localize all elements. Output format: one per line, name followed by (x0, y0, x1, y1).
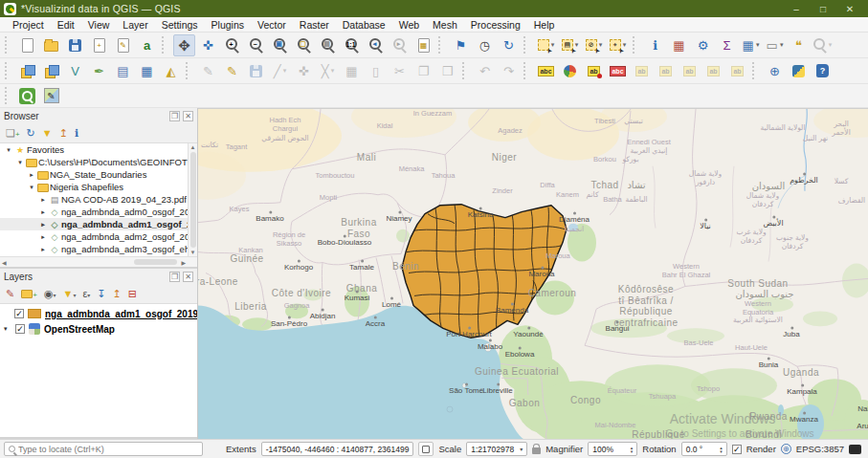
processing-toolbox-button[interactable]: ⚙ (692, 34, 714, 56)
menu-settings[interactable]: Settings (155, 18, 205, 32)
layer-labeling-button[interactable]: abc (535, 60, 557, 82)
metasearch-button[interactable]: ⊕ (764, 60, 786, 82)
new-mesh-layer-button[interactable]: ◭ (160, 60, 182, 82)
filter-legend-icon[interactable]: ▼▾ (63, 289, 77, 299)
scroll-down-icon[interactable]: ▼ (190, 250, 196, 255)
temporal-controller-button[interactable]: ◷ (474, 34, 496, 56)
browser-properties-icon[interactable]: ℹ (75, 128, 78, 139)
pan-map-button[interactable]: ✥ (173, 34, 195, 56)
open-attribute-table-button[interactable]: ▦▾ (740, 34, 762, 56)
menu-help[interactable]: Help (527, 18, 562, 32)
menu-web[interactable]: Web (392, 18, 426, 32)
add-feature-dropdown-icon[interactable]: ▾ (283, 67, 287, 75)
identify-features-button[interactable]: ℹ (644, 34, 666, 56)
menu-plugins[interactable]: Plugins (205, 18, 251, 32)
labeling-single-button[interactable]: ab (583, 60, 605, 82)
browser-add-favorite-icon[interactable]: ❏+ (6, 128, 20, 139)
browser-item-7[interactable]: ▸◇nga_admbnda_adm2_osgof_201904 (0, 230, 197, 243)
layers-close-button[interactable]: ✕ (183, 272, 193, 282)
minimize-button[interactable]: – (790, 4, 803, 14)
expander-icon[interactable]: ▾ (4, 146, 13, 154)
browser-item-0[interactable]: ▾★Favorites (0, 143, 197, 156)
browser-item-8[interactable]: ▸◇nga_admbnda_adm3_osgof_eha_20 (0, 243, 197, 255)
collapse-all-icon[interactable]: ↥ (113, 289, 122, 299)
deselect-features-button[interactable]: ⊘▾ (583, 34, 605, 56)
zoom-to-layer-button[interactable]: ▤ (317, 34, 339, 56)
save-project-button[interactable] (64, 34, 86, 56)
locator-input[interactable] (18, 445, 198, 454)
expander-icon[interactable]: ▸ (27, 171, 36, 179)
new-project-button[interactable] (16, 34, 38, 56)
new-map-view-button[interactable]: ▦ (412, 34, 434, 56)
menu-project[interactable]: Project (6, 18, 51, 32)
expander-icon[interactable]: ▸ (38, 246, 48, 253)
browser-refresh-icon[interactable]: ↻ (27, 128, 35, 139)
close-button[interactable]: ✕ (843, 4, 857, 14)
layer-diagram-button[interactable] (559, 60, 581, 82)
map-tips-button[interactable]: ❝ (788, 34, 810, 56)
browser-item-1[interactable]: ▾C:\Users\HP\Documents\GEOINFOTECH\F (0, 156, 197, 168)
open-attribute-table-dropdown-icon[interactable]: ▾ (756, 41, 760, 49)
show-statistics-button[interactable]: Σ (716, 34, 738, 56)
scale-select[interactable]: 1:21702978▾ (466, 442, 527, 456)
add-vector-layer-button[interactable] (40, 60, 62, 82)
layer-row-1[interactable]: ▾✓OpenStreetMap (0, 321, 197, 337)
browser-item-4[interactable]: ▸▤NGA COD-AB 2019_04_23.pdf (0, 193, 197, 206)
expander-icon[interactable]: ▸ (38, 196, 48, 204)
browser-close-button[interactable]: ✕ (183, 111, 193, 121)
expander-icon[interactable]: ▸ (38, 208, 48, 216)
expander-icon[interactable]: ▸ (38, 221, 48, 229)
vertex-tool-dropdown-icon[interactable]: ▾ (331, 67, 335, 75)
menu-raster[interactable]: Raster (293, 18, 336, 32)
show-layout-manager-button[interactable]: ✎ (112, 34, 134, 56)
refresh-map-button[interactable]: ↻ (498, 34, 520, 56)
menu-edit[interactable]: Edit (51, 18, 81, 32)
remove-layer-icon[interactable]: ⊟ (128, 289, 137, 299)
quickmap-services-search-button[interactable] (16, 85, 38, 107)
menu-layer[interactable]: Layer (116, 18, 154, 32)
browser-item-3[interactable]: ▾Nigeria Shapefiles (0, 181, 197, 193)
spatial-bookmarks-button[interactable]: ⚑ (450, 34, 472, 56)
new-virtual-layer-button[interactable]: ▦ (136, 60, 158, 82)
browser-float-button[interactable]: ❐ (169, 111, 180, 121)
scroll-up-icon[interactable]: ▲ (190, 144, 196, 150)
zoom-full-extent-button[interactable]: ▣ (269, 34, 291, 56)
zoom-to-selection-button[interactable]: ▢ (293, 34, 315, 56)
open-data-source-manager-button[interactable] (16, 60, 38, 82)
messages-icon[interactable] (849, 445, 861, 454)
zoom-in-button[interactable]: + (221, 34, 243, 56)
filter-by-expression-icon[interactable]: ε▾ (82, 289, 90, 299)
zoom-native-button[interactable]: 1:1 (341, 34, 363, 56)
expander-icon[interactable]: ▾ (27, 184, 36, 191)
browser-item-2[interactable]: ▸NGA_State_Boundaries (0, 168, 197, 181)
menu-database[interactable]: Database (336, 18, 392, 32)
layer-expander-icon[interactable]: ▾ (4, 325, 11, 333)
layers-float-button[interactable]: ❐ (169, 272, 180, 282)
rotation-spin[interactable]: 0.0 °▴▾ (681, 442, 727, 456)
pan-to-selection-button[interactable]: ✜ (197, 34, 219, 56)
browser-item-6[interactable]: ▸◇nga_admbnda_adm1_osgof_201904 (0, 218, 197, 230)
new-spatialite-layer-button[interactable]: ▤ (112, 60, 134, 82)
layer-visibility-checkbox[interactable]: ✓ (14, 309, 24, 318)
measure-line-button[interactable]: ▭▾ (764, 34, 786, 56)
new-print-layout-button[interactable]: + (88, 34, 110, 56)
crs-button[interactable]: EPSG:3857 (796, 444, 844, 454)
label-toolbar-button[interactable]: abc (607, 60, 629, 82)
new-shapefile-layer-button[interactable]: V (64, 60, 86, 82)
map-canvas[interactable]: MaliNigerTchadتشادBurkina FasoGuinéeBéni… (198, 108, 868, 439)
toggle-editing-button[interactable]: ✎ (221, 60, 243, 82)
open-project-button[interactable] (40, 34, 62, 56)
osm-editor-button[interactable]: ✎ (40, 85, 62, 107)
menu-processing[interactable]: Processing (464, 18, 527, 32)
scroll-right-icon[interactable]: ▶ (179, 259, 197, 266)
locator-box[interactable] (4, 442, 203, 456)
maximize-button[interactable]: □ (816, 4, 830, 14)
layer-styling-icon[interactable]: ✎ (6, 289, 14, 299)
expand-all-icon[interactable]: ↧ (97, 289, 105, 299)
browser-collapse-all-icon[interactable]: ↥ (59, 128, 68, 139)
measure-line-dropdown-icon[interactable]: ▾ (780, 41, 784, 49)
scale-lock-icon[interactable] (532, 447, 541, 454)
browser-horizontal-scrollbar[interactable]: ◀ ▶ (0, 256, 197, 267)
menu-vector[interactable]: Vector (251, 18, 293, 32)
select-by-location-button[interactable]: ⌖▾ (607, 34, 629, 56)
